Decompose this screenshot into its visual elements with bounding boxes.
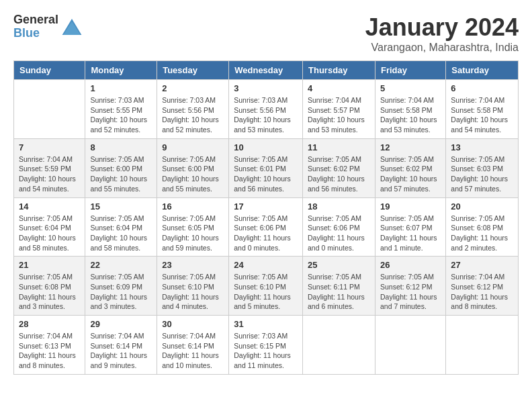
header-saturday: Saturday [446, 61, 519, 80]
calendar-cell: 12Sunrise: 7:05 AMSunset: 6:02 PMDayligh… [375, 138, 445, 197]
calendar-cell: 31Sunrise: 7:03 AMSunset: 6:15 PMDayligh… [229, 316, 303, 375]
calendar-cell: 29Sunrise: 7:04 AMSunset: 6:14 PMDayligh… [85, 316, 157, 375]
day-info: Sunrise: 7:05 AMSunset: 6:02 PMDaylight:… [380, 154, 441, 194]
day-info: Sunrise: 7:05 AMSunset: 6:05 PMDaylight:… [162, 214, 224, 253]
day-number: 5 [380, 83, 441, 93]
calendar-cell: 26Sunrise: 7:05 AMSunset: 6:12 PMDayligh… [375, 257, 445, 316]
calendar-cell: 4Sunrise: 7:04 AMSunset: 5:57 PMDaylight… [303, 80, 375, 139]
day-info: Sunrise: 7:05 AMSunset: 6:00 PMDaylight:… [162, 154, 224, 194]
day-info: Sunrise: 7:03 AMSunset: 5:56 PMDaylight:… [162, 95, 224, 135]
svg-marker-1 [63, 21, 81, 35]
calendar-cell: 22Sunrise: 7:05 AMSunset: 6:09 PMDayligh… [85, 257, 157, 316]
calendar-cell [14, 80, 85, 139]
logo-blue: Blue [13, 27, 58, 40]
day-info: Sunrise: 7:05 AMSunset: 6:08 PMDaylight:… [19, 272, 80, 312]
day-info: Sunrise: 7:04 AMSunset: 5:58 PMDaylight:… [451, 95, 513, 135]
day-number: 22 [90, 260, 152, 270]
calendar-cell: 24Sunrise: 7:05 AMSunset: 6:10 PMDayligh… [229, 257, 303, 316]
calendar-cell: 17Sunrise: 7:05 AMSunset: 6:06 PMDayligh… [229, 197, 303, 257]
day-info: Sunrise: 7:05 AMSunset: 6:09 PMDaylight:… [90, 272, 152, 312]
day-number: 15 [90, 201, 152, 212]
calendar-cell: 6Sunrise: 7:04 AMSunset: 5:58 PMDaylight… [446, 80, 519, 139]
day-info: Sunrise: 7:05 AMSunset: 6:10 PMDaylight:… [162, 272, 224, 312]
logo: General Blue [13, 13, 83, 40]
day-info: Sunrise: 7:05 AMSunset: 6:12 PMDaylight:… [380, 272, 441, 312]
calendar-cell: 19Sunrise: 7:05 AMSunset: 6:07 PMDayligh… [375, 197, 445, 257]
day-number: 10 [234, 142, 298, 152]
calendar-cell: 3Sunrise: 7:03 AMSunset: 5:56 PMDaylight… [229, 80, 303, 139]
calendar-week-3: 14Sunrise: 7:05 AMSunset: 6:04 PMDayligh… [14, 197, 519, 257]
calendar-cell: 27Sunrise: 7:04 AMSunset: 6:12 PMDayligh… [446, 257, 519, 316]
day-number: 21 [19, 260, 80, 270]
day-info: Sunrise: 7:05 AMSunset: 6:00 PMDaylight:… [90, 154, 152, 194]
day-info: Sunrise: 7:05 AMSunset: 6:10 PMDaylight:… [234, 272, 298, 312]
day-number: 25 [308, 260, 370, 270]
calendar-cell: 18Sunrise: 7:05 AMSunset: 6:06 PMDayligh… [303, 197, 375, 257]
header-monday: Monday [85, 61, 157, 80]
calendar-cell: 9Sunrise: 7:05 AMSunset: 6:00 PMDaylight… [157, 138, 229, 197]
calendar-cell: 7Sunrise: 7:04 AMSunset: 5:59 PMDaylight… [14, 138, 85, 197]
day-number: 6 [451, 83, 513, 93]
day-number: 27 [451, 260, 513, 270]
day-info: Sunrise: 7:04 AMSunset: 5:58 PMDaylight:… [380, 95, 441, 135]
day-info: Sunrise: 7:05 AMSunset: 6:02 PMDaylight:… [308, 154, 370, 194]
day-number: 9 [162, 142, 224, 152]
day-info: Sunrise: 7:05 AMSunset: 6:04 PMDaylight:… [19, 214, 80, 253]
calendar-week-2: 7Sunrise: 7:04 AMSunset: 5:59 PMDaylight… [14, 138, 519, 197]
day-number: 16 [162, 201, 224, 212]
calendar-cell: 20Sunrise: 7:05 AMSunset: 6:08 PMDayligh… [446, 197, 519, 257]
day-number: 23 [162, 260, 224, 270]
subtitle: Varangaon, Maharashtra, India [365, 42, 519, 54]
day-number: 24 [234, 260, 298, 270]
calendar-table: SundayMondayTuesdayWednesdayThursdayFrid… [13, 60, 519, 375]
calendar-cell: 21Sunrise: 7:05 AMSunset: 6:08 PMDayligh… [14, 257, 85, 316]
calendar-cell: 11Sunrise: 7:05 AMSunset: 6:02 PMDayligh… [303, 138, 375, 197]
day-number: 1 [90, 83, 152, 93]
day-info: Sunrise: 7:04 AMSunset: 6:14 PMDaylight:… [162, 331, 224, 371]
calendar-cell: 13Sunrise: 7:05 AMSunset: 6:03 PMDayligh… [446, 138, 519, 197]
day-info: Sunrise: 7:04 AMSunset: 5:57 PMDaylight:… [308, 95, 370, 135]
calendar-week-1: 1Sunrise: 7:03 AMSunset: 5:55 PMDaylight… [14, 80, 519, 139]
day-info: Sunrise: 7:04 AMSunset: 6:13 PMDaylight:… [19, 331, 80, 371]
day-info: Sunrise: 7:05 AMSunset: 6:04 PMDaylight:… [90, 214, 152, 253]
calendar-cell: 25Sunrise: 7:05 AMSunset: 6:11 PMDayligh… [303, 257, 375, 316]
day-info: Sunrise: 7:04 AMSunset: 6:12 PMDaylight:… [451, 272, 513, 312]
day-info: Sunrise: 7:04 AMSunset: 5:59 PMDaylight:… [19, 154, 80, 194]
calendar-cell [446, 316, 519, 375]
header-sunday: Sunday [14, 61, 85, 80]
day-number: 29 [90, 319, 152, 329]
day-number: 7 [19, 142, 80, 152]
day-number: 28 [19, 319, 80, 329]
day-number: 14 [19, 201, 80, 212]
day-info: Sunrise: 7:05 AMSunset: 6:03 PMDaylight:… [451, 154, 513, 194]
calendar-week-5: 28Sunrise: 7:04 AMSunset: 6:13 PMDayligh… [14, 316, 519, 375]
day-number: 4 [308, 83, 370, 93]
day-info: Sunrise: 7:04 AMSunset: 6:14 PMDaylight:… [90, 331, 152, 371]
day-number: 17 [234, 201, 298, 212]
day-number: 18 [308, 201, 370, 212]
calendar-cell [303, 316, 375, 375]
calendar-cell: 15Sunrise: 7:05 AMSunset: 6:04 PMDayligh… [85, 197, 157, 257]
logo-general: General [13, 13, 58, 27]
page-header: General Blue January 2024 Varangaon, Mah… [13, 13, 519, 54]
calendar-cell: 30Sunrise: 7:04 AMSunset: 6:14 PMDayligh… [157, 316, 229, 375]
day-number: 8 [90, 142, 152, 152]
calendar-cell: 8Sunrise: 7:05 AMSunset: 6:00 PMDaylight… [85, 138, 157, 197]
calendar-cell: 28Sunrise: 7:04 AMSunset: 6:13 PMDayligh… [14, 316, 85, 375]
calendar-cell: 1Sunrise: 7:03 AMSunset: 5:55 PMDaylight… [85, 80, 157, 139]
day-info: Sunrise: 7:05 AMSunset: 6:08 PMDaylight:… [451, 214, 513, 253]
header-wednesday: Wednesday [229, 61, 303, 80]
logo-icon [61, 16, 83, 38]
calendar-cell: 10Sunrise: 7:05 AMSunset: 6:01 PMDayligh… [229, 138, 303, 197]
title-block: January 2024 Varangaon, Maharashtra, Ind… [365, 13, 519, 54]
month-title: January 2024 [365, 13, 519, 42]
day-info: Sunrise: 7:03 AMSunset: 6:15 PMDaylight:… [234, 331, 298, 371]
calendar-week-4: 21Sunrise: 7:05 AMSunset: 6:08 PMDayligh… [14, 257, 519, 316]
header-tuesday: Tuesday [157, 61, 229, 80]
day-info: Sunrise: 7:05 AMSunset: 6:11 PMDaylight:… [308, 272, 370, 312]
header-thursday: Thursday [303, 61, 375, 80]
calendar-header-row: SundayMondayTuesdayWednesdayThursdayFrid… [14, 61, 519, 80]
day-info: Sunrise: 7:05 AMSunset: 6:07 PMDaylight:… [380, 214, 441, 253]
day-info: Sunrise: 7:05 AMSunset: 6:01 PMDaylight:… [234, 154, 298, 194]
day-number: 3 [234, 83, 298, 93]
